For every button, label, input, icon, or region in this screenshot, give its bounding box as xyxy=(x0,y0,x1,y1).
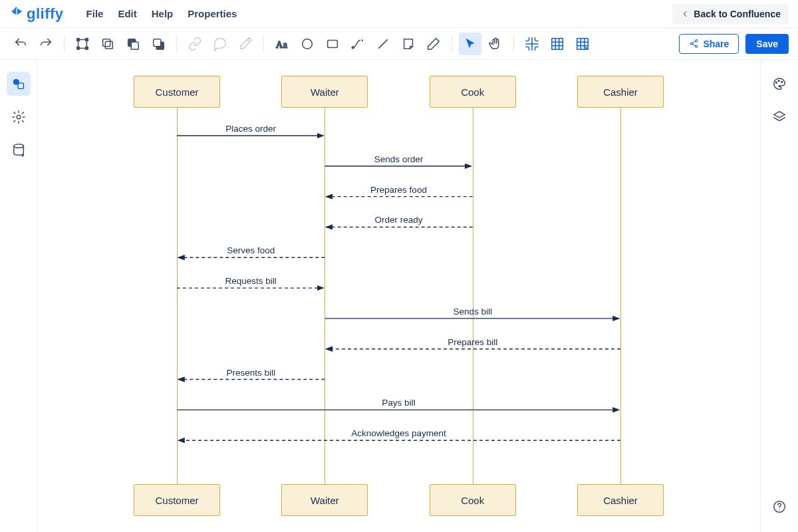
help-button[interactable] xyxy=(767,495,791,519)
message-label[interactable]: Presents bill xyxy=(226,368,275,378)
palette-icon xyxy=(772,76,787,91)
message-label[interactable]: Acknowledges payment xyxy=(351,428,446,438)
svg-point-50 xyxy=(779,509,779,510)
comment-button xyxy=(209,33,231,55)
svg-marker-48 xyxy=(774,112,785,118)
svg-rect-13 xyxy=(328,40,338,47)
rectangle-button[interactable] xyxy=(321,33,344,55)
connector-button[interactable] xyxy=(346,33,369,55)
menu-file[interactable]: File xyxy=(86,8,104,19)
svg-rect-26 xyxy=(552,38,563,49)
undo-button[interactable] xyxy=(9,33,32,55)
share-button[interactable]: Share xyxy=(679,34,739,54)
style-panel-button[interactable] xyxy=(767,72,791,96)
rectangle-icon xyxy=(325,37,340,51)
note-icon xyxy=(401,37,416,51)
settings-panel-button[interactable] xyxy=(7,105,31,129)
svg-line-15 xyxy=(379,39,388,48)
right-rail xyxy=(761,60,798,532)
note-button[interactable] xyxy=(397,33,420,55)
menu-items: File Edit Help Properties xyxy=(86,8,237,19)
menu-edit[interactable]: Edit xyxy=(118,8,136,19)
app-logo: gliffy xyxy=(9,5,64,23)
shapes-icon xyxy=(11,76,26,91)
workspace: CustomerCustomerWaiterWaiterCookCookCash… xyxy=(0,60,798,532)
svg-rect-8 xyxy=(131,42,138,49)
pen-button[interactable] xyxy=(422,33,445,55)
svg-point-46 xyxy=(778,80,779,82)
canvas[interactable]: CustomerCustomerWaiterWaiterCookCookCash… xyxy=(37,60,761,532)
chevron-left-icon xyxy=(680,9,690,19)
layers-icon xyxy=(772,110,787,124)
menu-help[interactable]: Help xyxy=(152,8,174,19)
bring-front-button[interactable] xyxy=(122,33,144,55)
text-button[interactable]: Aa xyxy=(271,33,293,55)
redo-button[interactable] xyxy=(35,33,57,55)
pen-icon xyxy=(426,37,441,51)
snap-icon xyxy=(525,37,539,51)
copy-button[interactable] xyxy=(96,33,119,55)
message-label[interactable]: Requests bill xyxy=(225,276,277,286)
send-back-icon xyxy=(151,37,166,51)
back-to-confluence-button[interactable]: Back to Confluence xyxy=(672,4,789,24)
svg-point-14 xyxy=(352,47,354,49)
gear-icon xyxy=(11,110,26,124)
line-button[interactable] xyxy=(372,33,394,55)
comment-icon xyxy=(213,37,227,51)
send-back-button[interactable] xyxy=(147,33,170,55)
data-panel-button[interactable] xyxy=(7,138,31,162)
snapgrid-icon xyxy=(575,37,590,51)
snapgrid-button[interactable] xyxy=(571,33,594,55)
message-label[interactable]: Prepares food xyxy=(370,185,427,195)
svg-line-39 xyxy=(692,41,696,43)
shapes-panel-button[interactable] xyxy=(7,72,31,96)
group-icon xyxy=(75,37,90,51)
svg-point-44 xyxy=(13,144,23,148)
pan-button[interactable] xyxy=(484,33,507,55)
message-label[interactable]: Sends bill xyxy=(453,307,492,317)
svg-text:Aa: Aa xyxy=(276,39,288,49)
svg-rect-3 xyxy=(77,47,80,49)
redo-icon xyxy=(39,37,53,51)
message-label[interactable]: Places order xyxy=(225,124,276,134)
group-button[interactable] xyxy=(71,33,94,55)
line-icon xyxy=(376,37,390,51)
gliffy-logo-icon xyxy=(9,7,24,21)
message-label[interactable]: Pays bill xyxy=(382,398,415,408)
pointer-button[interactable] xyxy=(459,33,481,55)
message-label[interactable]: Serves food xyxy=(227,245,275,255)
message-label[interactable]: Order ready xyxy=(374,215,422,225)
message-label[interactable]: Sends order xyxy=(374,154,424,164)
left-rail xyxy=(0,60,37,532)
grid-button[interactable] xyxy=(546,33,569,55)
ellipse-icon xyxy=(300,37,315,51)
svg-rect-4 xyxy=(86,47,88,49)
save-button[interactable]: Save xyxy=(745,34,789,54)
share-label: Share xyxy=(703,39,729,49)
eyedropper-icon xyxy=(238,37,253,51)
copy-icon xyxy=(100,37,115,51)
save-label: Save xyxy=(756,39,778,49)
svg-rect-10 xyxy=(154,39,161,46)
pointer-icon xyxy=(463,37,477,51)
message-label[interactable]: Prepares bill xyxy=(448,337,497,347)
arrows-layer xyxy=(37,60,760,532)
svg-rect-42 xyxy=(18,83,23,88)
svg-point-45 xyxy=(776,82,777,83)
grid-icon xyxy=(550,37,565,51)
sequence-diagram[interactable]: CustomerCustomerWaiterWaiterCookCookCash… xyxy=(37,60,760,532)
layers-panel-button[interactable] xyxy=(767,105,791,129)
svg-point-47 xyxy=(781,81,783,82)
snapguides-button[interactable] xyxy=(521,33,543,55)
connector-icon xyxy=(350,37,365,51)
share-icon xyxy=(689,39,699,49)
text-icon: Aa xyxy=(275,37,289,51)
database-icon xyxy=(11,143,26,158)
ellipse-button[interactable] xyxy=(296,33,319,55)
menu-properties[interactable]: Properties xyxy=(188,8,237,19)
menubar: gliffy File Edit Help Properties Back to… xyxy=(0,0,798,28)
help-icon xyxy=(772,499,787,514)
eyedropper-button xyxy=(234,33,257,55)
hand-icon xyxy=(488,37,503,51)
back-label: Back to Confluence xyxy=(694,9,781,19)
